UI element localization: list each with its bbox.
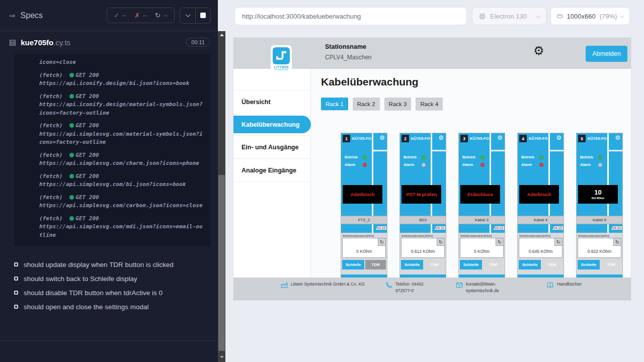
device-settings-gear-icon[interactable]: ⚙ (556, 135, 561, 141)
schleife-button[interactable]: Schleife (401, 260, 423, 269)
slot-number: 3 (460, 135, 468, 142)
status-display: Aderbruch (519, 185, 559, 204)
refresh-icon: ↻ (556, 239, 560, 245)
log-entry[interactable]: icons=close (39, 58, 203, 67)
device-settings-gear-icon[interactable]: ⚙ (438, 135, 444, 141)
divider (431, 150, 446, 151)
device-front-panel: 1 KÜ705-FO ⚙ Betrieb Alarm Aderbruch FTZ… (341, 133, 387, 233)
test-item[interactable]: should update display when TDR button is… (14, 257, 210, 272)
tab-rack-2[interactable]: Rack 2 (353, 98, 380, 110)
refresh-button[interactable]: ↻ (613, 238, 621, 246)
settings-gear-icon[interactable]: ⚙ (533, 45, 544, 57)
measurement-label: Schleifenwiderstand [kOhm] (577, 233, 622, 238)
sidebar-item-uebersicht[interactable]: Übersicht (233, 90, 311, 113)
scrollbar-thumb[interactable] (218, 175, 225, 351)
device-settings-gear-icon[interactable]: ⚙ (615, 135, 620, 141)
log-entry[interactable]: (fetch)GET 200https://api.simplesvg.com/… (39, 122, 203, 147)
footer-email[interactable]: kontakt@littwin-systemtechnik.de (456, 281, 515, 294)
measurement-label: Schleifenwiderstand [kOhm] (459, 233, 505, 238)
measurement-display: ↻ 0.612 KOhm (401, 238, 445, 258)
alarm-led-row: Alarm (462, 162, 485, 167)
electron-icon (478, 13, 486, 20)
tdr-button[interactable]: TDR (483, 260, 504, 269)
specs-toggle-button[interactable]: ⇒ Specs (9, 11, 43, 20)
url-input[interactable] (235, 13, 466, 20)
logout-button[interactable]: Abmelden (586, 46, 627, 62)
refresh-button[interactable]: ↻ (378, 238, 385, 246)
scrollbar[interactable] (218, 31, 225, 362)
reporter-panel: ⇒ Specs ✓-- ✗-- ↻-- ▤ kue705fo.cy.ts 00:… (0, 0, 218, 362)
log-entry[interactable]: (fetch)GET 200https://api.simplesvg.com/… (39, 215, 203, 240)
sidebar-item-ein-und-ausgaenge[interactable]: Ein- und Ausgänge (233, 135, 311, 158)
tab-rack-3[interactable]: Rack 3 (384, 98, 412, 110)
schleife-button[interactable]: Schleife (342, 260, 364, 269)
tdr-button[interactable]: TDR (601, 260, 621, 269)
measurement-value: 0 KOhm (343, 249, 385, 254)
browser-name: Electron 130 (490, 13, 527, 20)
betrieb-led (598, 155, 602, 159)
test-item[interactable]: should switch back to Schleife display (14, 272, 210, 286)
schleife-button[interactable]: Schleife (460, 260, 482, 269)
checkbox-icon (14, 305, 18, 309)
stat-failed: ✗-- (134, 12, 147, 19)
alarm-led (480, 163, 485, 167)
log-entry[interactable]: (fetch)GET 200https://api.simplesvg.com/… (39, 194, 203, 210)
alarm-led (598, 163, 602, 167)
device-card-1: 1 KÜ705-FO ⚙ Betrieb Alarm Aderbruch FTZ… (341, 133, 387, 278)
viewport-selector[interactable]: 1000x660 (79%) (550, 7, 630, 25)
spec-file-row[interactable]: ▤ kue705fo.cy.ts 00:11 (0, 31, 218, 53)
collapse-button[interactable] (180, 8, 195, 23)
log-entry[interactable]: (fetch)GET 200https://api.simplesvg.com/… (39, 151, 203, 168)
status-dot-icon (69, 216, 74, 221)
tab-rack-1[interactable]: Rack 1 (321, 98, 348, 110)
log-entry[interactable]: (fetch)GET 200https://api.simplesvg.com/… (39, 172, 203, 189)
firmware-version: V4.19 (552, 226, 563, 230)
measurement-display: ↻ 0 KOhm (460, 238, 504, 258)
measurement-display: ↻ 0.822 KOhm (578, 238, 621, 258)
divider (0, 340, 218, 341)
betrieb-led-row: Betrieb (404, 155, 426, 159)
device-model: KÜ705-FO (588, 136, 607, 141)
device-settings-gear-icon[interactable]: ⚙ (379, 135, 385, 141)
refresh-button[interactable]: ↻ (496, 238, 503, 246)
footer-manuals-link[interactable]: Handbücher (546, 281, 582, 289)
stat-pending: ↻-- (155, 12, 168, 19)
scrollbar-down-arrow[interactable] (218, 353, 225, 361)
station-name: CPLV4_Maschen (325, 54, 372, 61)
test-item[interactable]: should open and close the settings modal (14, 300, 210, 314)
cable-name: Kabel 3 (459, 216, 505, 224)
tdr-button[interactable]: TDR (542, 260, 562, 269)
specs-label: Specs (21, 11, 43, 20)
tdr-button[interactable]: TDR (424, 260, 445, 269)
chevron-down-icon (620, 14, 624, 18)
refresh-button[interactable]: ↻ (554, 238, 562, 246)
logo-subtext: SYSTEMTECHNIK (273, 69, 290, 71)
slot-number: 2 (401, 135, 409, 142)
log-entry[interactable]: (fetch)GET 200https://api.iconify.design… (39, 71, 203, 88)
device-card-2: 2 KÜ705-FO ⚙ Betrieb Alarm PST-M prüfen … (399, 133, 446, 278)
alarm-led-row: Alarm (404, 162, 426, 167)
test-item[interactable]: should disable TDR button when tdrActive… (14, 286, 210, 300)
schleife-button[interactable]: Schleife (519, 260, 541, 269)
device-settings-gear-icon[interactable]: ⚙ (497, 135, 503, 141)
tdr-button[interactable]: TDR (365, 260, 386, 269)
app-header (233, 38, 631, 69)
app-sidebar: Übersicht Kabelüberwachung Ein- und Ausg… (233, 69, 311, 278)
device-front-panel: 3 KÜ705-FO ⚙ Betrieb Alarm Erdschluss Ka… (459, 133, 505, 233)
measurement-panel: Schleifenwiderstand [kOhm] ↻ 0 KOhm Schl… (459, 233, 505, 278)
sidebar-item-kabelueberwachung[interactable]: Kabelüberwachung (233, 116, 311, 133)
stop-button[interactable] (195, 8, 210, 23)
app-under-test: LITTWIN SYSTEMTECHNIK Stationsname CPLV4… (233, 38, 631, 300)
file-icon: ▤ (9, 38, 16, 47)
sidebar-item-analoge-eingaenge[interactable]: Analoge Eingänge (233, 158, 311, 182)
betrieb-led (363, 155, 367, 159)
schleife-button[interactable]: Schleife (578, 260, 600, 269)
scrollbar-up-arrow[interactable] (218, 31, 225, 39)
tab-rack-4[interactable]: Rack 4 (416, 98, 443, 110)
browser-selector[interactable]: Electron 130 (472, 7, 546, 25)
log-entry[interactable]: (fetch)GET 200https://api.iconify.design… (39, 93, 203, 118)
refresh-button[interactable]: ↻ (437, 238, 444, 246)
device-model: KÜ705-FO (470, 136, 489, 141)
device-cards: 1 KÜ705-FO ⚙ Betrieb Alarm Aderbruch FTZ… (341, 133, 623, 278)
divider (372, 150, 387, 151)
